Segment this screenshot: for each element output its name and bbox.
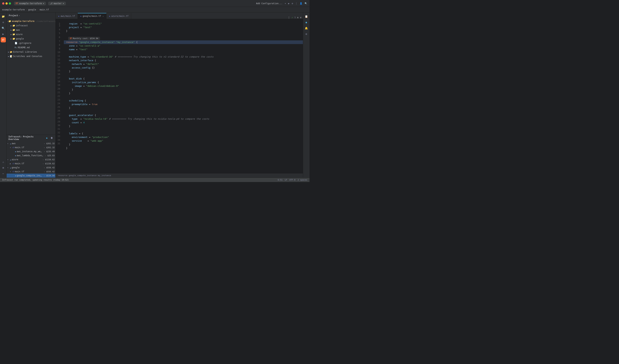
nav-down-icon[interactable]: ∨ (300, 16, 301, 19)
editor-bottom-bar: resource google_compute_instance my_inst… (56, 173, 303, 178)
settings-icon[interactable]: ⚙ (292, 2, 293, 5)
tab-azure-main-tf[interactable]: ◈ azure/main.tf (106, 13, 131, 19)
right-sidebar: 📋 ◉ 🔔 ⚙ (303, 13, 310, 178)
maximize-button[interactable] (9, 2, 11, 5)
project-label: Project (9, 14, 18, 17)
infracost-badge-icon: ET (70, 38, 72, 40)
code-line-19: } (64, 88, 303, 92)
right-icon-2[interactable]: ◉ (304, 20, 309, 25)
left-sidebar-icons: 📁 ⊙ 🔍 ▶ ET ⚠ ⊞ ⋯ (0, 13, 7, 178)
user-icon[interactable]: 👤 (300, 2, 302, 5)
sidebar-icon-commit[interactable]: ⊙ (1, 20, 6, 25)
tab-google-main-tf[interactable]: ◈ google/main.tf ✕ (78, 13, 106, 19)
status-right: 6:51 LF UTF-8 2 spaces (278, 179, 307, 181)
file-tree: ▾ 📁 example-terraform ~/code/infracost/e… (7, 19, 56, 135)
tree-item-google[interactable]: ▶ 📁 google (7, 37, 56, 41)
cost-item-aws-main[interactable]: ▾ 🏷 main.tf - $261.32 (7, 146, 56, 149)
search-icon[interactable]: 🔍 (305, 2, 307, 5)
tab-label-google: google/main.tf (83, 15, 101, 17)
code-line-27: type = "nvidia-tesla-t4" # <<<<<<<<<< Tr… (64, 117, 303, 121)
infracost-tree: ▾ ☁ aws - $261.32 ▾ 🏷 main.tf - $261.32 … (7, 141, 56, 178)
cost-item-google-main[interactable]: ▾ 🏷 main.tf - $556.42 (7, 170, 56, 174)
code-line-6: resource "google_compute_instance" "my_i… (64, 40, 303, 44)
more-icon[interactable]: ⋮ (295, 2, 297, 5)
branch-dropdown-icon: ▾ (63, 2, 64, 5)
traffic-lights (2, 2, 11, 5)
cost-item-google-compute[interactable]: ◈ google_compute_instance.my_instance - … (7, 174, 56, 178)
project-name: example-terraform (19, 2, 42, 5)
code-line-14: } (64, 70, 303, 73)
add-config-button[interactable]: Add Configuration... (256, 2, 283, 5)
right-icon-1[interactable]: 📋 (304, 14, 309, 19)
tab-icon-google: ◈ (80, 15, 82, 17)
bc-part-2[interactable]: google (28, 8, 36, 11)
code-line-2: region = "us-central1" (64, 20, 303, 26)
code-line-4: } (64, 29, 303, 33)
title-bar: ET example-terraform ▾ ⎇ master ▾ Add Co… (0, 0, 310, 7)
sidebar-icon-infracost[interactable]: ET (1, 37, 6, 42)
code-line-11: network_interface { (64, 59, 303, 62)
tree-item-gitignore[interactable]: 📄 .gitignore (7, 41, 56, 45)
right-icon-4[interactable]: ⚙ (304, 31, 309, 37)
close-button[interactable] (2, 2, 4, 5)
code-line-3: project = "test" (64, 26, 303, 29)
infracost-run-button[interactable]: ▶ (45, 136, 49, 140)
bc-part-1[interactable]: example-terraform (2, 8, 25, 11)
add-config-dropdown[interactable]: ▾ (285, 2, 286, 5)
tabs-more-icon[interactable]: ⋮ (288, 16, 290, 19)
status-encoding: UTF-8 (289, 179, 295, 181)
code-line-28: count = 4 (64, 121, 303, 124)
cost-item-aws[interactable]: ▾ ☁ aws - $261.32 (7, 141, 56, 146)
cost-item-azure[interactable]: ▾ ☁ azure - $1226.62 (7, 158, 56, 162)
cost-item-aws-lambda[interactable]: ◈ aws_lambda_function.my_hello_world - $… (7, 153, 56, 158)
code-line-16: boot_disk { (64, 77, 303, 81)
code-line-17: initialize_params { (64, 81, 303, 84)
code-line-25 (64, 110, 303, 113)
sidebar-icon-search[interactable]: 🔍 (1, 26, 6, 31)
bc-part-3: main.tf (40, 8, 49, 11)
tree-item-infracost[interactable]: ▶ 📁 infracost (7, 23, 56, 28)
tab-aws-main-tf[interactable]: ◈ aws/main.tf (56, 13, 78, 19)
tree-item-readme[interactable]: M↓ README.md (7, 45, 56, 50)
sidebar-icon-problems[interactable]: ⚠ (1, 159, 6, 164)
tree-item-aws[interactable]: ▶ 📁 aws (7, 28, 56, 32)
branch-selector[interactable]: ⎇ master ▾ (48, 2, 66, 5)
code-line-12: network = "default" (64, 62, 303, 66)
tab-label-azure: azure/main.tf (112, 15, 129, 17)
tab-label-aws: aws/main.tf (60, 15, 75, 17)
bc-sep-2: › (37, 8, 38, 11)
infracost-delete-button[interactable]: 🗑 (50, 136, 54, 140)
sidebar-icon-run[interactable]: ▶ (1, 31, 6, 37)
code-line-13: access_config {} (64, 66, 303, 70)
right-icon-3[interactable]: 🔔 (304, 26, 309, 31)
code-line-15 (64, 73, 303, 77)
project-selector[interactable]: ET example-terraform ▾ (14, 2, 46, 5)
code-line-35: } (64, 146, 303, 150)
sidebar-icon-more[interactable]: ⋯ (1, 171, 6, 176)
tab-close-google[interactable]: ✕ (103, 15, 104, 17)
code-line-8: name = "test" (64, 48, 303, 51)
monthly-cost-widget-container: ET Monthly cost: $534.94 (64, 37, 303, 40)
code-line-31: labels = { (64, 132, 303, 135)
code-line-9 (64, 51, 303, 55)
et-icon: ET (16, 2, 18, 5)
tree-item-root[interactable]: ▾ 📁 example-terraform ~/code/infracost/e… (7, 19, 56, 23)
tree-item-ext-libraries[interactable]: ▶ 📂 External Libraries (7, 50, 56, 54)
tree-item-scratches[interactable]: ▶ 📝 Scratches and Consoles (7, 54, 56, 58)
project-panel-header: Project ▾ (7, 13, 56, 19)
editor-area: ◈ aws/main.tf ◈ google/main.tf ✕ ◈ azure… (56, 13, 303, 178)
cost-item-google[interactable]: ▾ ☁ google - $556.42 (7, 165, 56, 170)
cost-item-aws-web-app[interactable]: ◈ aws_instance.my_web_app - $235.49 (7, 149, 56, 153)
cost-item-azure-main[interactable]: ▶ 🏷 main.tf - $1226.62 (7, 162, 56, 165)
sidebar-icon-terminal[interactable]: ⊞ (1, 165, 6, 170)
tab-icon-azure: ◈ (109, 15, 110, 17)
sidebar-icon-files[interactable]: 📁 (1, 14, 6, 19)
run-button[interactable]: ▶ (288, 2, 290, 5)
code-editor[interactable]: region = "us-central1" project = "test" … (64, 19, 303, 173)
minimize-button[interactable] (5, 2, 8, 5)
nav-up-icon[interactable]: ∧ (297, 16, 298, 19)
title-right: Add Configuration... ▾ ▶ ⚙ ⋮ 👤 🔍 (256, 2, 307, 5)
infracost-panel-header: Infracost: Projects Overview ▶ 🗑 (7, 135, 56, 141)
tree-item-azure[interactable]: ▶ 📁 azure (7, 32, 56, 37)
status-time: 6:51 (278, 179, 283, 181)
